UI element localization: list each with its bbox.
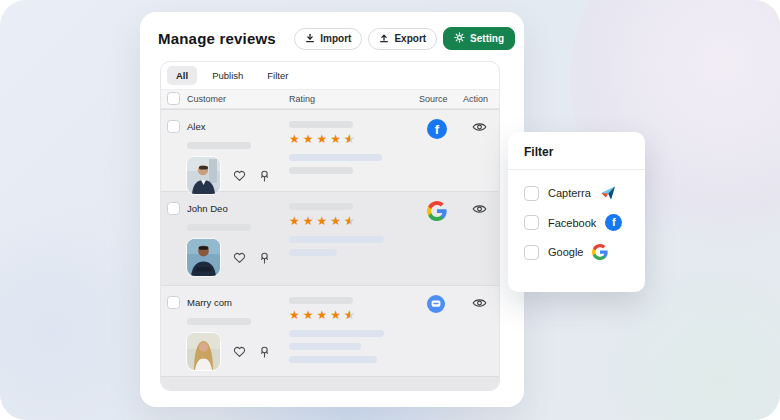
filter-option-label: Facebook <box>548 217 596 229</box>
pin-icon[interactable] <box>259 170 270 182</box>
setting-label: Setting <box>470 33 504 44</box>
filter-option-capterra: Capterra <box>524 185 629 201</box>
tab-publish[interactable]: Publish <box>203 66 252 85</box>
placeholder-bar <box>289 203 353 210</box>
heart-icon[interactable] <box>233 252 246 264</box>
filter-checkbox-capterra[interactable] <box>524 186 539 201</box>
reviews-panel: All Publish Filter Customer Rating Sourc… <box>160 61 500 391</box>
table-row: Marry com <box>161 285 499 376</box>
pin-icon[interactable] <box>259 346 270 358</box>
capterra-icon <box>600 185 616 201</box>
gear-icon <box>454 32 465 45</box>
column-source: Source <box>419 94 463 104</box>
table-body: Alex <box>161 109 499 376</box>
filter-option-google: Google <box>524 244 629 260</box>
export-button[interactable]: Export <box>368 28 437 50</box>
import-button[interactable]: Import <box>294 28 362 50</box>
placeholder-bar <box>187 224 251 231</box>
column-action: Action <box>463 94 499 104</box>
column-rating: Rating <box>289 94 419 104</box>
placeholder-bar <box>289 167 353 174</box>
placeholder-bar <box>289 343 361 350</box>
view-action-icon[interactable] <box>472 297 487 309</box>
filter-option-label: Capterra <box>548 187 591 199</box>
upload-icon <box>379 33 389 45</box>
manage-reviews-card: Manage reviews Import <box>140 12 524 407</box>
placeholder-bar <box>289 330 384 337</box>
customer-avatar <box>187 333 220 370</box>
filter-options: Capterra FacebookfGoogle <box>508 170 645 275</box>
card-header: Manage reviews Import <box>140 12 524 50</box>
tab-bar: All Publish Filter <box>161 62 499 89</box>
customer-avatar <box>187 157 220 194</box>
filter-popup-title: Filter <box>508 132 645 170</box>
pin-icon[interactable] <box>259 252 270 264</box>
filter-checkbox-facebook[interactable] <box>524 215 539 230</box>
star-rating: ★★★★★★ <box>289 133 419 145</box>
export-label: Export <box>394 33 426 44</box>
row-checkbox[interactable] <box>167 202 180 215</box>
toolbar: Import Export <box>294 27 515 50</box>
filter-checkbox-google[interactable] <box>524 245 539 260</box>
google-icon <box>592 244 608 260</box>
table-footer <box>161 376 499 390</box>
customer-name: Alex <box>187 121 289 132</box>
view-action-icon[interactable] <box>472 203 487 215</box>
star-rating: ★★★★★★ <box>289 215 419 227</box>
placeholder-bar <box>289 249 337 256</box>
select-all-checkbox[interactable] <box>167 92 180 105</box>
filter-popup: Filter Capterra FacebookfGoogle <box>508 132 645 292</box>
tab-all[interactable]: All <box>167 66 197 85</box>
placeholder-bar <box>187 318 251 325</box>
placeholder-bar <box>289 121 353 128</box>
placeholder-bar <box>289 356 377 363</box>
page-title: Manage reviews <box>158 30 276 47</box>
row-checkbox[interactable] <box>167 296 180 309</box>
row-checkbox[interactable] <box>167 120 180 133</box>
facebook-icon: f <box>605 214 622 231</box>
table-row: John Deo <box>161 191 499 285</box>
placeholder-bars <box>289 330 419 363</box>
star-rating: ★★★★★★ <box>289 309 419 321</box>
import-label: Import <box>320 33 351 44</box>
placeholder-bar <box>289 154 382 161</box>
source-icon <box>427 295 445 313</box>
table-header: Customer Rating Source Action <box>161 89 499 109</box>
page-background: Manage reviews Import <box>0 0 780 420</box>
placeholder-bar <box>289 297 353 304</box>
heart-icon[interactable] <box>233 346 246 358</box>
placeholder-bars <box>289 236 419 256</box>
view-action-icon[interactable] <box>472 121 487 133</box>
placeholder-bar <box>289 236 384 243</box>
placeholder-bars <box>289 154 419 174</box>
column-customer: Customer <box>187 94 289 104</box>
heart-icon[interactable] <box>233 170 246 182</box>
setting-button[interactable]: Setting <box>443 27 515 50</box>
filter-option-label: Google <box>548 246 583 258</box>
customer-avatar <box>187 239 220 276</box>
source-icon: f <box>427 119 447 139</box>
tab-filter[interactable]: Filter <box>258 66 297 85</box>
customer-name: Marry com <box>187 297 289 308</box>
customer-name: John Deo <box>187 203 289 214</box>
download-icon <box>305 33 315 45</box>
source-icon <box>427 201 447 221</box>
filter-option-facebook: Facebookf <box>524 214 629 231</box>
placeholder-bar <box>187 142 251 149</box>
table-row: Alex <box>161 109 499 191</box>
